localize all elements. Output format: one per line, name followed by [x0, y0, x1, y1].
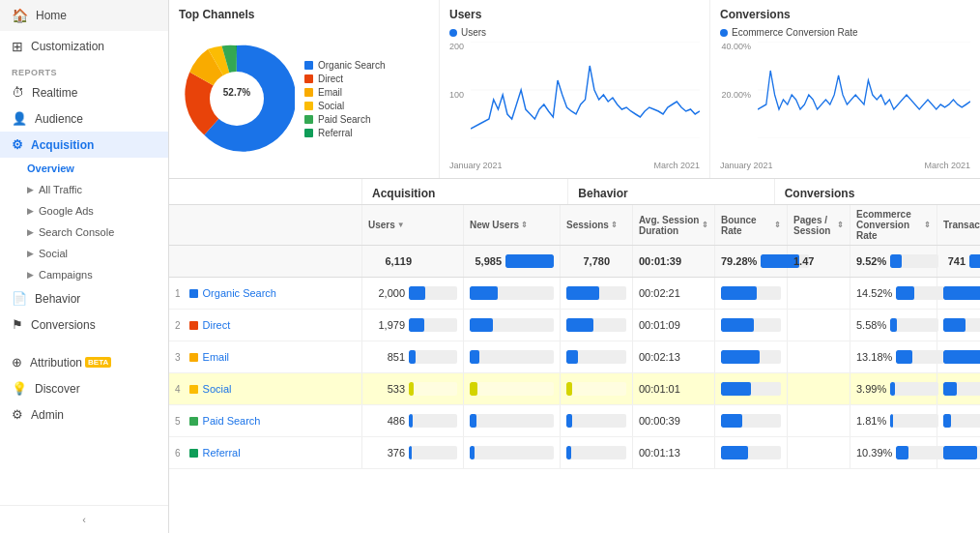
realtime-icon: ⏱: [12, 85, 24, 100]
sidebar-item-realtime[interactable]: ⏱ Realtime: [0, 79, 168, 105]
sidebar-item-acquisition[interactable]: ⚙ Acquisition: [0, 132, 168, 158]
svg-point-0: [210, 72, 264, 126]
col-bounce[interactable]: Bounce Rate ⇕: [715, 205, 788, 245]
bar-fill: [505, 254, 554, 268]
row-trans-3: [937, 341, 980, 372]
row-pages-4: [788, 373, 850, 404]
sidebar-sub-search-console[interactable]: ▶ Search Console: [0, 222, 168, 243]
row-ecommerce-6: 10.39%: [850, 437, 937, 468]
col-users[interactable]: Users ▼: [362, 205, 464, 245]
channel-dot: [189, 289, 198, 298]
row-trans-2: [937, 310, 980, 341]
totals-ecommerce: 9.52%: [850, 246, 937, 277]
collapse-button[interactable]: ‹: [0, 505, 168, 533]
legend-dot-email: [304, 88, 313, 97]
row-users-3: 851: [362, 341, 464, 372]
bar-fill: [969, 254, 980, 268]
users-svg-wrapper: [471, 42, 700, 138]
sidebar-item-home[interactable]: 🏠 Home: [0, 0, 168, 31]
table-row: 5 Paid Search 486 00:00:39: [169, 405, 980, 437]
row-trans-5: [937, 405, 980, 436]
row-trans-6: [937, 437, 980, 468]
legend-dot-referral: [304, 129, 313, 137]
row-sessions-1: [561, 278, 633, 309]
row-pages-3: [788, 341, 850, 372]
sidebar-sub-all-traffic[interactable]: ▶ All Traffic: [0, 179, 168, 200]
row-users-6: 376: [362, 437, 464, 468]
arrow-icon: ▶: [27, 249, 34, 258]
row-trans-4: [937, 373, 980, 404]
sidebar-sub-social[interactable]: ▶ Social: [0, 243, 168, 264]
row-new-users-4: [464, 373, 561, 404]
row-ecommerce-3: 13.18%: [850, 341, 937, 372]
acquisition-icon: ⚙: [12, 137, 23, 152]
totals-users: 6,119: [362, 246, 464, 277]
arrow-icon: ▶: [27, 185, 34, 194]
col-avg-session[interactable]: Avg. Session Duration ⇕: [633, 205, 715, 245]
column-headers: Users ▼ New Users ⇕ Sessions ⇕ Avg. Sess…: [169, 205, 980, 246]
row-bounce-2: [715, 310, 788, 341]
sidebar-item-admin[interactable]: ⚙ Admin: [0, 401, 168, 428]
sidebar-item-discover[interactable]: 💡 Discover: [0, 375, 168, 401]
conversions-chart-title: Conversions: [720, 8, 970, 21]
row-channel-2: 2 Direct: [169, 310, 362, 341]
top-charts-row: Top Channels: [169, 0, 980, 179]
sort-icon: ⇕: [702, 221, 708, 229]
sidebar-item-conversions[interactable]: ⚑ Conversions: [0, 311, 168, 338]
channel-link-email[interactable]: Email: [203, 351, 230, 363]
row-bounce-3: [715, 341, 788, 372]
sidebar-sub-google-ads[interactable]: ▶ Google Ads: [0, 200, 168, 222]
channel-link-direct[interactable]: Direct: [203, 319, 231, 331]
totals-row: 6,119 5,985 7,780 00:01:39 79.28%: [169, 246, 980, 278]
beta-badge: BETA: [85, 357, 111, 368]
users-chart-section: Users Users 200 100: [440, 0, 710, 178]
row-sessions-2: [561, 310, 633, 341]
users-chart-wrapper: Users 200 100: [449, 27, 700, 170]
totals-transactions: 741: [937, 246, 980, 277]
pie-legend: Organic Search Direct Email Social: [304, 60, 385, 138]
sidebar-item-behavior[interactable]: 📄 Behavior: [0, 285, 168, 311]
main-content: Top Channels: [169, 0, 980, 533]
sidebar-item-customization[interactable]: ⊞ Customization: [0, 31, 168, 62]
legend-organic: Organic Search: [304, 60, 385, 71]
col-pages[interactable]: Pages / Session ⇕: [788, 205, 850, 245]
legend-referral: Referral: [304, 128, 385, 138]
channel-link-organic[interactable]: Organic Search: [203, 287, 276, 299]
sort-icon: ⇕: [774, 221, 781, 229]
group-acquisition: Acquisition: [362, 179, 568, 204]
row-users-5: 486: [362, 405, 464, 436]
channel-link-referral[interactable]: Referral: [203, 447, 241, 459]
row-channel-6: 6 Referral: [169, 437, 362, 468]
sort-icon: ▼: [397, 221, 405, 229]
row-channel-1: 1 Organic Search: [169, 278, 362, 309]
discover-icon: 💡: [12, 381, 27, 396]
arrow-icon: ▶: [27, 270, 34, 280]
table-row: 2 Direct 1,979 00:01:09: [169, 310, 980, 341]
sort-icon: ⇕: [924, 221, 931, 229]
admin-icon: ⚙: [12, 407, 23, 422]
col-ecommerce[interactable]: Ecommerce Conversion Rate ⇕: [850, 205, 937, 245]
top-channels-section: Top Channels: [169, 0, 440, 178]
row-avg-4: 00:01:01: [633, 373, 715, 404]
channel-link-paid-search[interactable]: Paid Search: [203, 415, 261, 427]
sidebar-sub-overview[interactable]: Overview: [0, 158, 168, 179]
conversions-dot: [720, 29, 728, 37]
legend-email: Email: [304, 87, 385, 98]
sidebar-item-attribution[interactable]: ⊕ Attribution BETA: [0, 349, 168, 375]
row-pages-2: [788, 310, 850, 341]
row-new-users-1: [464, 278, 561, 309]
channel-link-social[interactable]: Social: [203, 383, 232, 395]
channel-dot: [189, 417, 198, 426]
col-new-users[interactable]: New Users ⇕: [464, 205, 561, 245]
totals-ecommerce-bar: [890, 254, 938, 268]
data-table: Acquisition Behavior Conversions Users ▼…: [169, 179, 980, 533]
col-transactions[interactable]: Transactions ⇕: [937, 205, 980, 245]
sidebar-sub-campaigns[interactable]: ▶ Campaigns: [0, 264, 168, 285]
row-bounce-4: [715, 373, 788, 404]
sidebar-item-audience[interactable]: 👤 Audience: [0, 105, 168, 132]
col-sessions[interactable]: Sessions ⇕: [561, 205, 633, 245]
reports-section-label: REPORTS: [0, 62, 168, 79]
home-icon: 🏠: [12, 8, 28, 23]
collapse-icon: ‹: [82, 514, 86, 525]
legend-dot-direct: [304, 74, 313, 83]
